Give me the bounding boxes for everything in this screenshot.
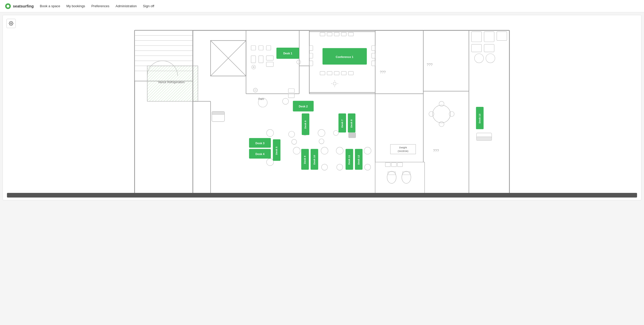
svg-point-1	[11, 23, 12, 24]
svg-text:???: ???	[433, 149, 439, 153]
svg-text:Desk 6: Desk 6	[304, 121, 307, 129]
svg-text:Desk 3: Desk 3	[255, 142, 264, 145]
svg-point-54	[253, 66, 255, 68]
svg-text:Desk 10: Desk 10	[313, 155, 316, 165]
logo-icon	[5, 3, 11, 9]
floor-plan-svg: Vance Refrigeration	[3, 15, 641, 200]
navigation: seatsurfing Book a space My bookings Pre…	[0, 0, 644, 12]
svg-text:Desk 4: Desk 4	[255, 152, 264, 156]
svg-rect-110	[390, 144, 416, 154]
nav-my-bookings[interactable]: My bookings	[66, 4, 85, 8]
svg-text:Dwight: Dwight	[399, 146, 407, 149]
svg-text:Desk 11: Desk 11	[348, 155, 350, 165]
svg-text:Pam: Pam	[258, 97, 264, 100]
svg-text:Desk 2: Desk 2	[299, 105, 308, 108]
svg-text:Conference 1: Conference 1	[336, 55, 353, 58]
nav-sign-off[interactable]: Sign off	[143, 4, 154, 8]
svg-rect-82	[476, 137, 492, 141]
settings-button[interactable]	[6, 19, 16, 28]
svg-text:???: ???	[427, 63, 433, 67]
svg-text:Vance Refrigeration: Vance Refrigeration	[158, 80, 185, 84]
svg-text:(S02E06): (S02E06)	[398, 150, 408, 152]
svg-text:Desk 7: Desk 7	[341, 119, 344, 128]
svg-rect-57	[212, 112, 225, 115]
logo: seatsurfing	[5, 3, 34, 9]
svg-text:Desk 8: Desk 8	[350, 119, 353, 128]
floor-plan-container: Vance Refrigeration	[3, 15, 641, 200]
horizontal-scrollbar[interactable]	[7, 193, 637, 198]
main-content: Vance Refrigeration	[0, 12, 644, 325]
svg-text:???: ???	[380, 70, 386, 74]
svg-rect-41	[375, 162, 425, 195]
svg-text:Desk 5: Desk 5	[275, 147, 278, 155]
svg-point-76	[433, 105, 450, 123]
svg-text:Desk 1: Desk 1	[283, 52, 292, 55]
svg-rect-134	[349, 133, 356, 138]
nav-administration[interactable]: Administration	[116, 4, 137, 8]
nav-preferences[interactable]: Preferences	[91, 4, 109, 8]
svg-text:Desk 13: Desk 13	[478, 114, 481, 123]
logo-text: seatsurfing	[13, 4, 34, 8]
svg-text:Desk 12: Desk 12	[357, 155, 360, 165]
svg-point-0	[7, 5, 10, 7]
nav-book-a-space[interactable]: Book a space	[40, 4, 60, 8]
svg-text:Desk 9: Desk 9	[303, 156, 306, 164]
